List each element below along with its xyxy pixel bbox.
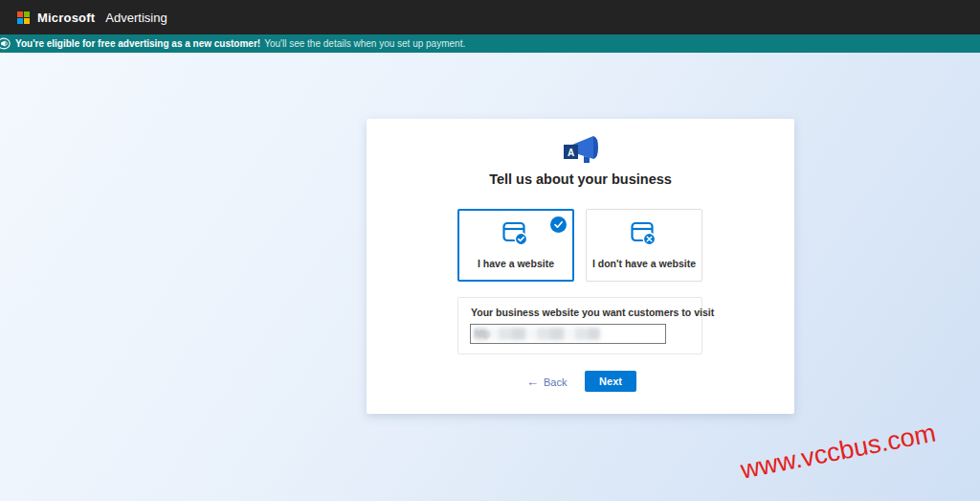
website-options: I have a website I don't have a website: [457, 209, 702, 282]
browser-x-icon: [631, 221, 657, 250]
banner-detail: You'll see the details when you set up p…: [264, 38, 465, 49]
wizard-card: A Tell us about your business: [367, 119, 794, 414]
next-button[interactable]: Next: [585, 371, 636, 392]
back-button[interactable]: ← Back: [526, 376, 567, 388]
website-input[interactable]: [471, 325, 665, 343]
brand-name: Microsoft: [37, 11, 95, 25]
svg-text:A: A: [567, 148, 573, 158]
watermark: www.vccbus.com: [738, 410, 978, 485]
selected-check-badge-icon: [550, 216, 567, 233]
advertising-logo-icon: A: [561, 133, 601, 170]
website-section: Your business website you want customers…: [457, 297, 702, 354]
option-no-website[interactable]: I don't have a website: [586, 209, 702, 282]
browser-check-icon: [502, 221, 529, 250]
page-title: Tell us about your business: [367, 171, 794, 187]
microsoft-logo-icon: [17, 11, 30, 24]
megaphone-icon: [0, 37, 11, 50]
topbar: Microsoft Advertising: [0, 0, 980, 34]
option-label: I have a website: [478, 258, 554, 269]
website-label: Your business website you want customers…: [471, 307, 714, 318]
wizard-footer: ← Back Next: [367, 371, 794, 396]
notification-banner: You're eligible for free advertising as …: [0, 34, 980, 53]
back-label: Back: [544, 376, 567, 388]
product-name: Advertising: [105, 11, 167, 25]
website-input-wrap: [470, 324, 666, 344]
screen: Microsoft Advertising You're eligible fo…: [0, 0, 980, 501]
banner-highlight: You're eligible for free advertising as …: [15, 38, 260, 49]
option-label: I don't have a website: [592, 258, 696, 269]
microsoft-advertising-brand[interactable]: Microsoft Advertising: [17, 11, 167, 25]
option-have-website[interactable]: I have a website: [457, 209, 574, 282]
back-arrow-icon: ←: [526, 376, 539, 388]
